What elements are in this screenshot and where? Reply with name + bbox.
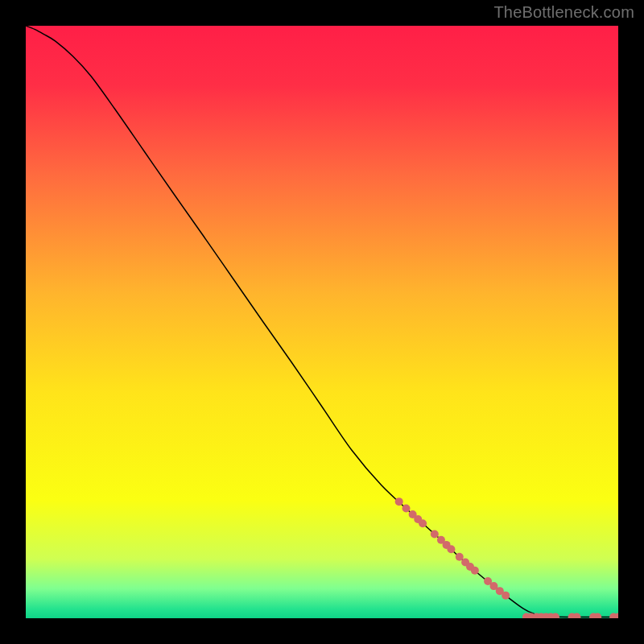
data-marker bbox=[431, 530, 439, 538]
data-marker bbox=[402, 504, 411, 512]
watermark-text: TheBottleneck.com bbox=[493, 3, 634, 22]
data-marker bbox=[502, 592, 510, 600]
chart-area bbox=[26, 26, 618, 618]
chart-background bbox=[26, 26, 618, 618]
data-marker bbox=[447, 545, 455, 553]
data-marker bbox=[395, 497, 403, 506]
data-marker bbox=[456, 553, 464, 561]
data-marker bbox=[419, 519, 427, 527]
data-marker bbox=[471, 567, 479, 575]
chart-svg bbox=[26, 26, 618, 618]
